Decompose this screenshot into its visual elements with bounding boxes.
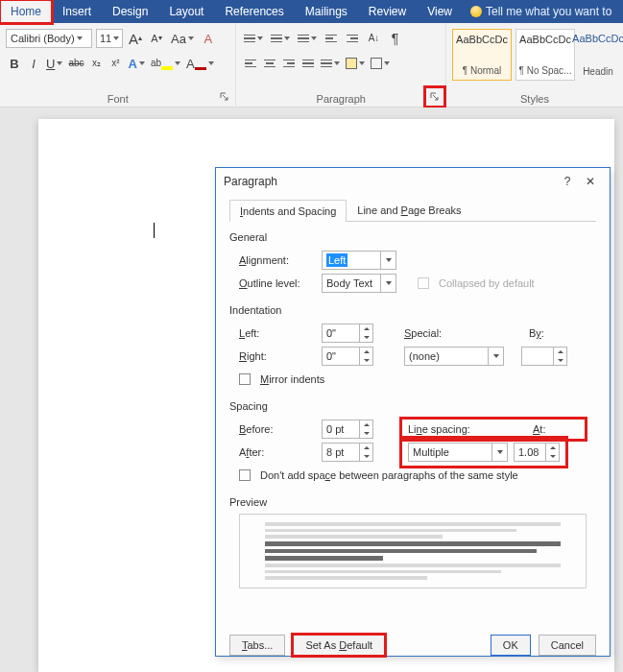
no-add-space-checkbox[interactable] [239,469,251,481]
group-font: Calibri (Body) 11 A▴ A▾ Aa A B I U abc x… [0,23,235,107]
mirror-indents-checkbox[interactable] [239,373,251,385]
section-preview: Preview [229,496,596,588]
line-spacing-combo[interactable]: Multiple [408,443,508,462]
help-button[interactable]: ? [556,175,579,188]
label-before: Before: [239,423,316,435]
style-normal[interactable]: AaBbCcDc ¶ Normal [452,29,512,81]
section-spacing: Spacing Before: 0 pt Line spacing: At: A… [229,400,596,487]
by-spin[interactable] [521,347,567,366]
justify-button[interactable] [300,54,317,73]
tell-me-label: Tell me what you want to [486,5,611,18]
at-spin[interactable]: 1.08 [514,443,560,462]
font-dialog-launcher[interactable] [218,90,231,104]
tab-home[interactable]: Home [0,0,52,23]
subscript-button[interactable]: x₂ [88,54,106,73]
before-spin[interactable]: 0 pt [322,420,373,439]
decrease-indent-button[interactable] [323,29,340,48]
clear-formatting-button[interactable]: A [200,29,217,48]
increase-indent-button[interactable] [344,29,361,48]
group-styles-label: Styles [446,93,623,105]
multilevel-list-button[interactable] [296,29,319,48]
bulb-icon [470,6,482,17]
shrink-font-button[interactable]: A▾ [148,29,165,48]
tab-review[interactable]: Review [358,0,417,23]
align-center-button[interactable] [261,54,278,73]
special-combo[interactable]: (none) [404,347,504,366]
heading-spacing: Spacing [229,400,596,412]
label-mirror-indents: Mirror indents [260,373,324,385]
dialog-titlebar[interactable]: Paragraph ? ✕ [216,168,610,195]
sort-button[interactable]: A↓ [365,29,382,48]
style-no-spacing[interactable]: AaBbCcDc ¶ No Spac... [515,29,575,81]
close-button[interactable]: ✕ [579,175,602,188]
show-hide-button[interactable]: ¶ [386,29,403,48]
tab-view[interactable]: View [417,0,463,23]
group-font-label: Font [0,93,235,105]
label-collapsed: Collapsed by default [439,277,535,289]
set-as-default-button[interactable]: Set As Default [293,635,385,656]
preview-box [239,514,587,588]
paragraph-dialog-launcher[interactable] [428,90,442,104]
label-line-spacing: Line spacing: [408,423,483,435]
group-styles: AaBbCcDc ¶ Normal AaBbCcDc ¶ No Spac... … [446,23,623,107]
dialog-title: Paragraph [224,175,556,188]
font-size-combo[interactable]: 11 [96,29,123,48]
label-after: After: [239,446,316,458]
indent-left-spin[interactable]: 0" [322,324,373,343]
tab-design[interactable]: Design [102,0,158,23]
strikethrough-button[interactable]: abc [66,54,85,73]
after-spin[interactable]: 8 pt [322,443,373,462]
indent-right-spin[interactable]: 0" [322,347,373,366]
cancel-button[interactable]: Cancel [539,635,596,656]
label-outline-level: Outline level: [239,277,316,289]
align-left-button[interactable] [242,54,259,73]
align-right-button[interactable] [280,54,298,73]
group-paragraph-label: Paragraph [236,93,445,105]
shading-button[interactable] [344,54,367,73]
ribbon-tabs: Home Insert Design Layout References Mai… [0,0,623,23]
text-effects-button[interactable]: A [127,54,147,73]
ribbon: Calibri (Body) 11 A▴ A▾ Aa A B I U abc x… [0,23,623,108]
tell-me-search[interactable]: Tell me what you want to [463,0,611,23]
style-heading1[interactable]: AaBbCcDc Headin [579,29,617,81]
font-color-button[interactable]: A [184,54,216,73]
text-cursor [154,223,155,238]
ok-button[interactable]: OK [491,635,531,656]
dialog-buttons: Tabs... Set As Default OK Cancel [216,627,610,656]
alignment-combo[interactable]: Left [322,251,396,270]
font-name-combo[interactable]: Calibri (Body) [6,29,92,48]
line-spacing-button[interactable] [319,54,342,73]
tab-insert[interactable]: Insert [52,0,102,23]
label-by: By: [529,327,575,339]
section-general: General Alignment: Left Outline level: B… [229,231,596,295]
tab-layout[interactable]: Layout [158,0,214,23]
section-indentation: Indentation Left: 0" Special: By: Right:… [229,304,596,391]
label-no-add-space: Don't add space between paragraphs of th… [260,469,518,481]
tabs-button[interactable]: Tabs... [229,635,285,656]
bold-button[interactable]: B [6,54,23,73]
label-alignment: Alignment: [239,254,316,266]
highlight-color-button[interactable]: ab [149,54,182,73]
tab-mailings[interactable]: Mailings [295,0,358,23]
bullets-button[interactable] [242,29,265,48]
label-special: Special: [404,327,471,339]
paragraph-dialog: Paragraph ? ✕ Indents and Spacing Line a… [215,167,611,657]
grow-font-button[interactable]: A▴ [127,29,144,48]
label-at: At: [533,423,579,435]
borders-button[interactable] [369,54,392,73]
heading-preview: Preview [229,496,596,508]
numbering-button[interactable] [269,29,292,48]
underline-button[interactable]: U [44,54,64,73]
superscript-button[interactable]: x² [108,54,125,73]
italic-button[interactable]: I [25,54,42,73]
label-indent-right: Right: [239,350,316,362]
paint-bucket-icon [346,58,357,69]
group-paragraph: A↓ ¶ Paragraph [236,23,445,107]
change-case-button[interactable]: Aa [169,29,196,48]
tab-indents-spacing[interactable]: Indents and Spacing [229,200,347,222]
heading-general: General [229,231,596,243]
label-indent-left: Left: [239,327,316,339]
tab-references[interactable]: References [214,0,294,23]
tab-line-page-breaks[interactable]: Line and Page Breaks [347,199,471,221]
outline-level-combo[interactable]: Body Text [322,274,396,293]
